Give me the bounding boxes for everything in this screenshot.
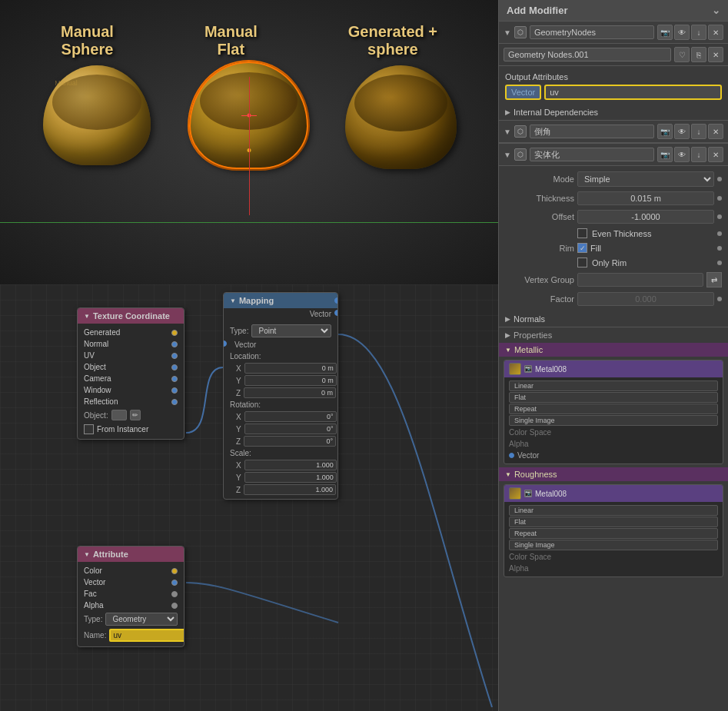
metallic-interp-flat[interactable]: Flat xyxy=(509,392,718,403)
mapping-scale-y-input[interactable] xyxy=(244,472,337,483)
socket-attr-alpha[interactable] xyxy=(171,603,178,609)
mapping-scale-x-input[interactable] xyxy=(244,460,337,470)
solidify-expand[interactable]: ▼ xyxy=(504,151,511,159)
object-picker[interactable] xyxy=(111,410,127,420)
only-rim-label: Only Rim xyxy=(592,258,627,267)
geometry-nodes-subname-input[interactable] xyxy=(504,48,671,61)
vertex-group-arrows-icon[interactable]: ⇄ xyxy=(706,272,722,287)
normals-label: Normals xyxy=(514,314,545,324)
mapping-rot-x: X xyxy=(224,410,337,423)
properties-row[interactable]: ▶ Properties xyxy=(499,327,728,343)
even-thickness-dot xyxy=(717,231,722,236)
socket-generated[interactable] xyxy=(171,330,178,336)
solidify-name-input[interactable] xyxy=(530,148,654,161)
bowl-3 xyxy=(345,65,457,169)
offset-label: Offset xyxy=(505,212,574,221)
offset-input[interactable] xyxy=(577,210,714,224)
expand-arrow[interactable]: ▼ xyxy=(504,28,511,37)
viewport-area[interactable]: ManualSphere ManualFlat Generated +spher… xyxy=(0,0,498,284)
bevel-icon: ⬡ xyxy=(514,125,527,138)
normals-row[interactable]: ▶ Normals xyxy=(499,311,728,327)
mod-x2-icon[interactable]: ✕ xyxy=(708,47,723,62)
output-attr-row: Vector xyxy=(505,85,722,100)
roughness-header[interactable]: ▼ Roughness xyxy=(499,467,728,481)
attr-type-select[interactable]: Geometry xyxy=(105,613,178,626)
metallic-header[interactable]: ▼ Metallic xyxy=(499,343,728,357)
mapping-rot-x-input[interactable] xyxy=(244,411,337,422)
geometry-nodes-section: ▼ ⬡ 📷 👁 ↓ ✕ ♡ ⎘ ✕ Output Attributes xyxy=(499,22,728,121)
mapping-output-socket[interactable] xyxy=(334,297,338,304)
mapping-loc-y-input[interactable] xyxy=(244,375,337,386)
mapping-rot-z-input[interactable] xyxy=(244,436,336,447)
mapping-loc-z-input[interactable] xyxy=(244,387,336,398)
roughness-interp-flat[interactable]: Flat xyxy=(509,517,718,527)
socket-reflection[interactable] xyxy=(171,399,178,405)
mapping-loc-x-input[interactable] xyxy=(244,363,337,374)
solidify-arrow-icon[interactable]: ↓ xyxy=(691,147,706,162)
mapping-vector-out[interactable] xyxy=(334,310,338,316)
mode-select[interactable]: Simple xyxy=(577,171,714,187)
mod-render-icon[interactable]: 📷 xyxy=(657,25,673,40)
mapping-vector-in-socket[interactable] xyxy=(223,341,227,347)
attribute-body: Color Vector Fac Alpha Type: xyxy=(78,562,184,646)
roughness-colorspace: Color Space xyxy=(504,551,723,563)
bevel-arrow-icon[interactable]: ↓ xyxy=(691,124,706,139)
socket-object[interactable] xyxy=(171,364,178,370)
mapping-rot-y-input[interactable] xyxy=(244,424,337,434)
bevel-expand[interactable]: ▼ xyxy=(504,128,511,136)
solidify-close-icon[interactable]: ✕ xyxy=(708,147,723,162)
mapping-scale-z-input[interactable] xyxy=(244,484,336,495)
metallic-vector-socket[interactable] xyxy=(509,453,514,458)
metallic-interp-linear[interactable]: Linear xyxy=(509,380,718,391)
roughness-interp-linear[interactable]: Linear xyxy=(509,505,718,516)
socket-attr-color[interactable] xyxy=(171,568,178,574)
mod-arrow-icon[interactable]: ↓ xyxy=(691,25,706,40)
socket-uv[interactable] xyxy=(171,353,178,359)
metallic-interp-repeat[interactable]: Repeat xyxy=(509,404,718,414)
socket-normal[interactable] xyxy=(171,341,178,347)
attribute-node[interactable]: ▼ Attribute Color Vector Fac Alpha xyxy=(77,546,184,647)
socket-attr-fac[interactable] xyxy=(171,591,178,597)
mapping-type-select[interactable]: Point xyxy=(251,324,331,337)
internal-dep-row[interactable]: ▶ Internal Dependencies xyxy=(499,105,728,120)
solidify-icon: ⬡ xyxy=(514,148,527,161)
only-rim-checkbox[interactable] xyxy=(577,257,587,267)
offset-row: Offset xyxy=(499,208,728,226)
bevel-name-input[interactable] xyxy=(530,125,654,138)
mod-copy-icon[interactable]: ⎘ xyxy=(691,47,706,62)
tex-coord-row-uv: UV xyxy=(78,350,184,361)
socket-camera[interactable] xyxy=(171,376,178,382)
bevel-close-icon[interactable]: ✕ xyxy=(708,124,723,139)
from-instancer-checkbox[interactable] xyxy=(84,424,94,434)
tex-coord-body: Generated Normal UV Object Camera xyxy=(78,324,184,439)
mod-visibility-icon[interactable]: 👁 xyxy=(674,25,690,40)
factor-input[interactable] xyxy=(577,292,714,306)
vertex-group-input[interactable] xyxy=(577,273,703,287)
socket-window[interactable] xyxy=(171,387,178,394)
attr-name-input[interactable] xyxy=(109,629,184,642)
mapping-node[interactable]: ▼ Mapping Vector Type: Point Vector xyxy=(223,292,338,500)
add-modifier-header[interactable]: Add Modifier ⌄ xyxy=(499,0,728,22)
fill-checkbox[interactable]: ✓ xyxy=(577,243,587,253)
vector-value-input[interactable] xyxy=(544,85,722,100)
solidify-visibility-icon[interactable]: 👁 xyxy=(674,147,690,162)
geometry-nodes-name-input[interactable] xyxy=(530,25,654,39)
roughness-interp-repeat[interactable]: Repeat xyxy=(509,528,718,539)
metallic-interp-single[interactable]: Single Image xyxy=(509,415,718,426)
bevel-visibility-icon[interactable]: 👁 xyxy=(674,124,690,139)
eyedropper-icon[interactable]: ✏ xyxy=(130,410,141,420)
mod-close-icon[interactable]: ✕ xyxy=(708,25,723,40)
mod-heart-icon[interactable]: ♡ xyxy=(674,47,690,62)
texture-coordinate-node[interactable]: ▼ Texture Coordinate Generated Normal UV… xyxy=(77,307,184,440)
node-editor[interactable]: Mapping ▼ Texture Coordinate Generated xyxy=(0,284,498,711)
roughness-interp-single[interactable]: Single Image xyxy=(509,540,718,550)
metallic-node-card: 📷 Metal008 Linear Flat Repeat Single Ima… xyxy=(504,360,723,464)
right-panel[interactable]: Add Modifier ⌄ ▼ ⬡ 📷 👁 ↓ ✕ ♡ ⎘ ✕ xyxy=(498,0,728,711)
socket-attr-vector[interactable] xyxy=(171,580,178,586)
geometry-nodes-subheader: ♡ ⎘ ✕ xyxy=(499,44,728,66)
even-thickness-checkbox[interactable] xyxy=(577,228,587,238)
metallic-label: Metallic xyxy=(514,345,543,354)
solidify-render-icon[interactable]: 📷 xyxy=(657,147,673,162)
thickness-input[interactable] xyxy=(577,191,714,205)
bevel-render-icon[interactable]: 📷 xyxy=(657,124,673,139)
